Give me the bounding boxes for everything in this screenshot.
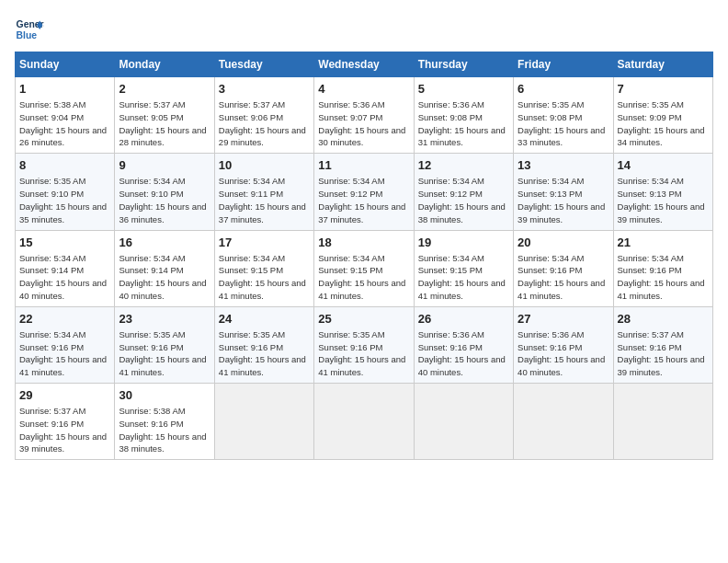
- day-info: Sunrise: 5:37 AM Sunset: 9:06 PM Dayligh…: [219, 98, 310, 149]
- day-info: Sunrise: 5:35 AM Sunset: 9:10 PM Dayligh…: [19, 175, 110, 225]
- calendar-cell: 12Sunrise: 5:34 AM Sunset: 9:12 PM Dayli…: [414, 154, 513, 230]
- day-number: 8: [19, 157, 110, 174]
- day-number: 24: [219, 311, 310, 327]
- calendar-cell: 18Sunrise: 5:34 AM Sunset: 9:15 PM Dayli…: [314, 230, 414, 306]
- weekday-header: Wednesday: [314, 52, 414, 77]
- calendar-cell: 15Sunrise: 5:34 AM Sunset: 9:14 PM Dayli…: [16, 230, 115, 306]
- calendar-cell: 27Sunrise: 5:36 AM Sunset: 9:16 PM Dayli…: [514, 306, 613, 383]
- calendar-cell: 10Sunrise: 5:34 AM Sunset: 9:11 PM Dayli…: [214, 154, 313, 230]
- day-number: 19: [418, 235, 509, 251]
- day-info: Sunrise: 5:34 AM Sunset: 9:13 PM Dayligh…: [618, 175, 709, 225]
- calendar-cell: 4Sunrise: 5:36 AM Sunset: 9:07 PM Daylig…: [314, 77, 414, 154]
- day-info: Sunrise: 5:38 AM Sunset: 9:04 PM Dayligh…: [19, 98, 110, 149]
- day-info: Sunrise: 5:37 AM Sunset: 9:16 PM Dayligh…: [618, 328, 709, 379]
- day-number: 27: [518, 311, 609, 327]
- day-number: 26: [418, 311, 509, 327]
- day-number: 28: [618, 311, 709, 327]
- calendar-cell: 7Sunrise: 5:35 AM Sunset: 9:09 PM Daylig…: [613, 77, 712, 154]
- day-number: 2: [119, 81, 210, 98]
- day-number: 13: [518, 157, 609, 174]
- day-info: Sunrise: 5:34 AM Sunset: 9:12 PM Dayligh…: [418, 175, 509, 225]
- day-number: 7: [618, 81, 709, 98]
- day-number: 14: [618, 157, 709, 174]
- calendar-table: SundayMondayTuesdayWednesdayThursdayFrid…: [15, 52, 713, 460]
- day-number: 1: [19, 81, 110, 98]
- calendar-week-row: 29Sunrise: 5:37 AM Sunset: 9:16 PM Dayli…: [16, 384, 713, 460]
- day-info: Sunrise: 5:36 AM Sunset: 9:08 PM Dayligh…: [418, 98, 509, 149]
- day-info: Sunrise: 5:34 AM Sunset: 9:15 PM Dayligh…: [418, 252, 509, 303]
- day-number: 22: [19, 311, 110, 327]
- day-number: 5: [418, 81, 509, 98]
- day-info: Sunrise: 5:35 AM Sunset: 9:16 PM Dayligh…: [318, 328, 409, 379]
- day-number: 20: [518, 235, 609, 251]
- calendar-cell: 30Sunrise: 5:38 AM Sunset: 9:16 PM Dayli…: [115, 384, 214, 460]
- calendar-cell: [514, 384, 613, 460]
- calendar-cell: [214, 384, 313, 460]
- calendar-cell: 1Sunrise: 5:38 AM Sunset: 9:04 PM Daylig…: [16, 77, 115, 154]
- day-info: Sunrise: 5:35 AM Sunset: 9:09 PM Dayligh…: [618, 98, 709, 149]
- day-info: Sunrise: 5:37 AM Sunset: 9:05 PM Dayligh…: [119, 98, 210, 149]
- calendar-cell: 20Sunrise: 5:34 AM Sunset: 9:16 PM Dayli…: [514, 230, 613, 306]
- logo-icon: General Blue: [15, 15, 44, 44]
- calendar-cell: 9Sunrise: 5:34 AM Sunset: 9:10 PM Daylig…: [115, 154, 214, 230]
- calendar-cell: [414, 384, 513, 460]
- weekday-header: Sunday: [16, 52, 115, 77]
- day-info: Sunrise: 5:34 AM Sunset: 9:14 PM Dayligh…: [119, 252, 210, 303]
- weekday-header: Tuesday: [214, 52, 313, 77]
- day-info: Sunrise: 5:34 AM Sunset: 9:11 PM Dayligh…: [219, 175, 310, 225]
- calendar-cell: [314, 384, 414, 460]
- calendar-cell: 11Sunrise: 5:34 AM Sunset: 9:12 PM Dayli…: [314, 154, 414, 230]
- day-number: 6: [518, 81, 609, 98]
- day-number: 15: [19, 235, 110, 251]
- day-info: Sunrise: 5:37 AM Sunset: 9:16 PM Dayligh…: [19, 405, 110, 455]
- day-number: 9: [119, 157, 210, 174]
- day-number: 11: [318, 157, 409, 174]
- calendar-cell: 13Sunrise: 5:34 AM Sunset: 9:13 PM Dayli…: [514, 154, 613, 230]
- day-info: Sunrise: 5:36 AM Sunset: 9:16 PM Dayligh…: [518, 328, 609, 379]
- day-info: Sunrise: 5:34 AM Sunset: 9:15 PM Dayligh…: [318, 252, 409, 303]
- calendar-cell: 2Sunrise: 5:37 AM Sunset: 9:05 PM Daylig…: [115, 77, 214, 154]
- weekday-header-row: SundayMondayTuesdayWednesdayThursdayFrid…: [16, 52, 713, 77]
- calendar-cell: 8Sunrise: 5:35 AM Sunset: 9:10 PM Daylig…: [16, 154, 115, 230]
- day-number: 25: [318, 311, 409, 327]
- calendar-week-row: 15Sunrise: 5:34 AM Sunset: 9:14 PM Dayli…: [16, 230, 713, 306]
- calendar-cell: 19Sunrise: 5:34 AM Sunset: 9:15 PM Dayli…: [414, 230, 513, 306]
- day-info: Sunrise: 5:34 AM Sunset: 9:16 PM Dayligh…: [19, 328, 110, 379]
- day-info: Sunrise: 5:35 AM Sunset: 9:16 PM Dayligh…: [119, 328, 210, 379]
- day-number: 4: [318, 81, 409, 98]
- day-info: Sunrise: 5:38 AM Sunset: 9:16 PM Dayligh…: [119, 405, 210, 455]
- calendar-cell: 25Sunrise: 5:35 AM Sunset: 9:16 PM Dayli…: [314, 306, 414, 383]
- calendar-cell: 22Sunrise: 5:34 AM Sunset: 9:16 PM Dayli…: [16, 306, 115, 383]
- calendar-cell: 26Sunrise: 5:36 AM Sunset: 9:16 PM Dayli…: [414, 306, 513, 383]
- day-number: 23: [119, 311, 210, 327]
- day-number: 3: [219, 81, 310, 98]
- calendar-cell: 5Sunrise: 5:36 AM Sunset: 9:08 PM Daylig…: [414, 77, 513, 154]
- day-info: Sunrise: 5:34 AM Sunset: 9:16 PM Dayligh…: [518, 252, 609, 303]
- day-number: 10: [219, 157, 310, 174]
- day-info: Sunrise: 5:34 AM Sunset: 9:15 PM Dayligh…: [219, 252, 310, 303]
- day-info: Sunrise: 5:36 AM Sunset: 9:07 PM Dayligh…: [318, 98, 409, 149]
- day-info: Sunrise: 5:34 AM Sunset: 9:13 PM Dayligh…: [518, 175, 609, 225]
- day-number: 18: [318, 235, 409, 251]
- day-number: 30: [119, 387, 210, 404]
- day-info: Sunrise: 5:36 AM Sunset: 9:16 PM Dayligh…: [418, 328, 509, 379]
- calendar-cell: 21Sunrise: 5:34 AM Sunset: 9:16 PM Dayli…: [613, 230, 712, 306]
- calendar-cell: 3Sunrise: 5:37 AM Sunset: 9:06 PM Daylig…: [214, 77, 313, 154]
- weekday-header: Saturday: [613, 52, 712, 77]
- calendar-cell: 17Sunrise: 5:34 AM Sunset: 9:15 PM Dayli…: [214, 230, 313, 306]
- day-number: 29: [19, 387, 110, 404]
- day-info: Sunrise: 5:34 AM Sunset: 9:16 PM Dayligh…: [618, 252, 709, 303]
- day-number: 12: [418, 157, 509, 174]
- calendar-cell: 29Sunrise: 5:37 AM Sunset: 9:16 PM Dayli…: [16, 384, 115, 460]
- day-number: 17: [219, 235, 310, 251]
- day-number: 21: [618, 235, 709, 251]
- logo: General Blue: [15, 15, 44, 44]
- calendar-cell: 6Sunrise: 5:35 AM Sunset: 9:08 PM Daylig…: [514, 77, 613, 154]
- day-info: Sunrise: 5:34 AM Sunset: 9:12 PM Dayligh…: [318, 175, 409, 225]
- calendar-week-row: 1Sunrise: 5:38 AM Sunset: 9:04 PM Daylig…: [16, 77, 713, 154]
- weekday-header: Monday: [115, 52, 214, 77]
- calendar-cell: 28Sunrise: 5:37 AM Sunset: 9:16 PM Dayli…: [613, 306, 712, 383]
- calendar-cell: 23Sunrise: 5:35 AM Sunset: 9:16 PM Dayli…: [115, 306, 214, 383]
- day-info: Sunrise: 5:34 AM Sunset: 9:14 PM Dayligh…: [19, 252, 110, 303]
- weekday-header: Friday: [514, 52, 613, 77]
